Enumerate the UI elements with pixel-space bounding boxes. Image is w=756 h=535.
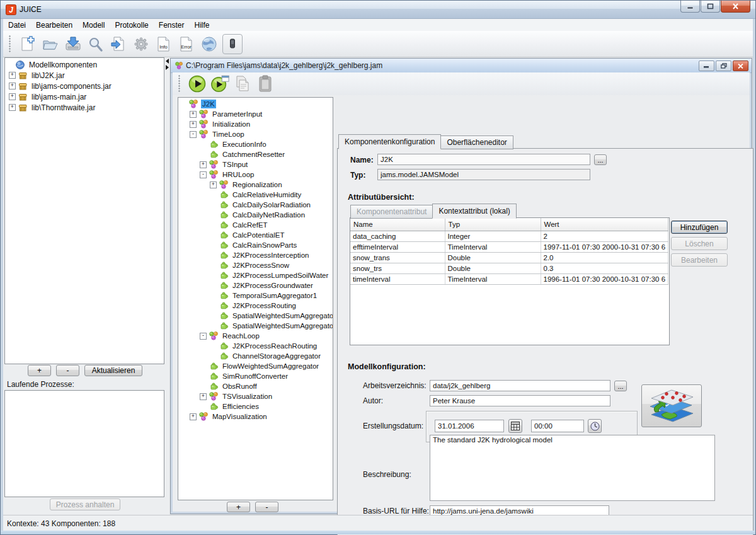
col-wert[interactable]: Wert	[541, 218, 668, 231]
model-tree-node[interactable]: J2KProcessGroundwater	[178, 280, 333, 291]
doc-close-button[interactable]	[733, 60, 748, 71]
model-properties-icon[interactable]	[109, 35, 128, 54]
running-processes-list[interactable]	[4, 390, 164, 497]
toolbar-grip[interactable]	[178, 75, 181, 93]
attribute-action-button[interactable]: Bearbeiten	[671, 253, 728, 267]
model-tree-node[interactable]: CalcRelativeHumidity	[178, 190, 333, 200]
tree-expander[interactable]	[200, 393, 207, 400]
menu-item[interactable]: Bearbeiten	[31, 20, 77, 31]
menu-item[interactable]: Hilfe	[189, 20, 214, 31]
refresh-button[interactable]: Aktualisieren	[84, 365, 142, 376]
tree-expander[interactable]	[200, 161, 207, 168]
menu-item[interactable]: Modell	[77, 20, 110, 31]
model-tree-node[interactable]: CatchmentResetter	[178, 149, 333, 159]
author-field[interactable]	[430, 395, 610, 406]
tree-expander[interactable]	[190, 111, 197, 118]
map-layers-button[interactable]	[641, 384, 702, 427]
open-model-icon[interactable]	[41, 35, 60, 54]
model-tree-node[interactable]: TSInput	[178, 159, 333, 170]
attr-row[interactable]: snow_trs Double 0.3	[350, 263, 668, 274]
new-model-icon[interactable]	[18, 35, 37, 54]
attribute-tab[interactable]: Kontextattribut (lokal)	[432, 204, 516, 219]
tree-expander[interactable]	[190, 413, 197, 420]
workdir-browse-button[interactable]: ...	[614, 381, 627, 391]
error-log-icon[interactable]: Error	[177, 35, 196, 54]
model-tree-node[interactable]: Regionalization	[178, 180, 333, 190]
attr-row[interactable]: snow_trans Double 2.0	[350, 253, 668, 263]
model-tree-node[interactable]: CalcPotentialET	[178, 230, 333, 240]
model-tree-node[interactable]: J2KProcessRouting	[178, 301, 333, 311]
model-tree-node[interactable]: J2K	[178, 99, 333, 109]
model-tree-node[interactable]: CalcDailySolarRadiation	[178, 200, 333, 210]
workdir-field[interactable]	[430, 380, 610, 391]
col-name[interactable]: Name	[350, 218, 445, 231]
toolbar-grip[interactable]	[9, 35, 11, 53]
tree-expander[interactable]	[9, 93, 16, 100]
calendar-button[interactable]	[508, 419, 522, 433]
config-tab[interactable]: Oberflächeneditor	[440, 135, 513, 149]
model-tree-node[interactable]: J2KProcessSnow	[178, 260, 333, 270]
attribute-action-button[interactable]: Löschen	[671, 237, 728, 250]
config-tab[interactable]: Komponentenkonfiguration	[338, 134, 441, 149]
library-node[interactable]: lib\J2K.jar	[5, 70, 164, 81]
model-tree-node[interactable]: MapVisualization	[178, 411, 333, 422]
col-typ[interactable]: Typ	[445, 218, 541, 231]
attribute-tab[interactable]: Komponentenattribut	[350, 205, 433, 219]
tree-expander[interactable]	[9, 104, 16, 111]
model-tree-node[interactable]: TSVisualization	[178, 391, 333, 401]
model-tree-node[interactable]: TemporalSumAggregator1	[178, 291, 333, 301]
tree-expander[interactable]	[200, 171, 207, 178]
attr-row[interactable]: efftimeInterval TimeInterval 1997-11-01 …	[350, 242, 668, 253]
model-tree-node[interactable]: ChannelStorageAggregator	[178, 351, 333, 361]
name-field[interactable]	[377, 154, 590, 165]
model-tree-node[interactable]: CalcRefET	[178, 220, 333, 230]
collapse-left-icon[interactable]	[166, 59, 169, 64]
search-icon[interactable]	[86, 35, 105, 54]
model-tree-node[interactable]: ExecutionInfo	[178, 139, 333, 149]
tree-node-root[interactable]: Modellkomponenten	[5, 59, 164, 70]
tree-expander[interactable]	[9, 83, 16, 89]
attr-row[interactable]: data_caching Integer 2	[350, 231, 668, 242]
minimize-button[interactable]	[680, 1, 700, 13]
tree-add-button[interactable]: +	[227, 502, 250, 512]
run-model-icon[interactable]	[188, 74, 207, 93]
tree-remove-button[interactable]: -	[255, 502, 278, 512]
menu-item[interactable]: Protokolle	[110, 20, 153, 31]
model-tree-node[interactable]: CalcRainSnowParts	[178, 240, 333, 250]
model-tree-node[interactable]: SpatialWeightedSumAggregator2	[178, 321, 333, 331]
typ-field[interactable]	[377, 169, 590, 180]
doc-minimize-button[interactable]	[699, 60, 714, 71]
doc-restore-button[interactable]	[716, 60, 731, 71]
library-node[interactable]: lib\Thornthwaite.jar	[5, 102, 164, 113]
save-model-icon[interactable]	[64, 35, 83, 54]
tree-expander[interactable]	[9, 72, 16, 79]
clock-button[interactable]	[588, 419, 602, 433]
model-tree-node[interactable]: ParameterInput	[178, 109, 333, 119]
model-tree-node[interactable]: TimeLoop	[178, 129, 333, 139]
model-tree-node[interactable]: J2KProcessReachRouting	[178, 341, 333, 351]
description-field[interactable]: The standard J2K hydrological model	[430, 435, 715, 501]
model-tree-node[interactable]: FlowWeightedSumAggregator	[178, 361, 333, 371]
model-tree-node[interactable]: HRULoop	[178, 170, 333, 180]
tree-expander[interactable]	[190, 121, 197, 128]
close-button[interactable]	[721, 1, 750, 13]
exit-switch-icon[interactable]	[222, 34, 243, 54]
info-log-icon[interactable]: Info	[154, 35, 173, 54]
model-tree-node[interactable]: Efficiencies	[178, 401, 333, 411]
library-node[interactable]: lib\jams-main.jar	[5, 91, 164, 102]
tree-expander[interactable]	[190, 131, 197, 138]
time-field[interactable]	[531, 420, 584, 432]
tree-expander[interactable]	[210, 181, 217, 188]
menu-item[interactable]: Datei	[3, 20, 31, 31]
menu-item[interactable]: Fenster	[154, 20, 190, 31]
collapse-right-icon[interactable]	[166, 65, 169, 70]
model-tree-node[interactable]: SpatialWeightedSumAggregator1	[178, 311, 333, 321]
add-library-button[interactable]: +	[28, 365, 51, 376]
attr-row[interactable]: timeInterval TimeInterval 1996-11-01 07:…	[350, 274, 668, 285]
maximize-button[interactable]	[701, 1, 720, 13]
model-tree-node[interactable]: J2KProcessLumpedSoilWater	[178, 270, 333, 280]
model-tree-node[interactable]: Initialization	[178, 119, 333, 129]
date-field[interactable]	[435, 420, 504, 432]
library-node[interactable]: lib\jams-components.jar	[5, 81, 164, 91]
run-model-gui-icon[interactable]	[210, 74, 229, 93]
